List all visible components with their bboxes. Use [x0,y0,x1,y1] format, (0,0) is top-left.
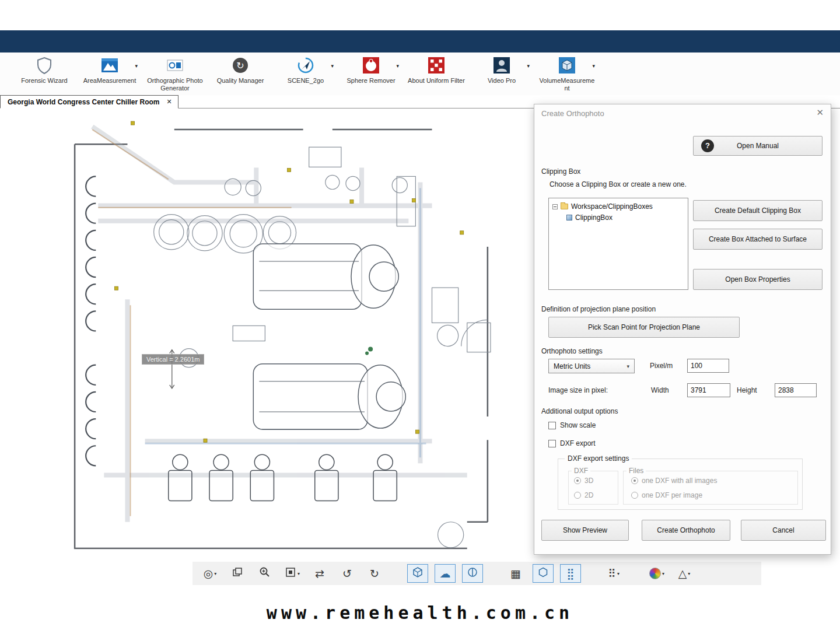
pick-scan-point-button[interactable]: Pick Scan Point for Projection Plane [548,317,740,338]
toolbar-label: About Uniform Filter [408,77,465,85]
radio-selected-icon[interactable] [574,477,581,484]
grid-points-button[interactable]: ⣿ [560,564,581,583]
radio-2d-label: 2D [584,491,593,499]
open-box-properties-button[interactable]: Open Box Properties [693,269,822,290]
create-box-attached-button[interactable]: Create Box Attached to Surface [693,229,822,250]
height-label: Height [737,386,757,394]
show-preview-button[interactable]: Show Preview [541,520,629,541]
radio-all-images-label: one DXF with all images [642,477,717,485]
dropdown-arrow-icon[interactable]: ▾ [396,63,399,69]
toolbar-area-measurement[interactable]: ▾ AreaMeasurement [77,55,142,85]
radio-3d-row[interactable]: 3D [574,477,593,485]
units-select[interactable]: Metric Units ▾ [548,359,635,373]
tree-item-clippingbox[interactable]: ClippingBox [566,214,684,222]
close-icon[interactable]: ✕ [816,107,824,118]
dropdown-arrow-icon[interactable]: ▾ [592,63,595,69]
projection-plane-heading: Definition of projection plane position [541,305,656,313]
dropdown-arrow-icon[interactable]: ▾ [688,571,690,576]
view-presets-button[interactable]: ▾ [282,564,303,583]
radio-per-image-row[interactable]: one DXF per image [631,491,702,499]
shield-icon [34,55,54,75]
toolbar-about-uniform-filter[interactable]: About Uniform Filter [404,55,469,85]
radio-selected-icon[interactable] [631,477,638,484]
files-subgroup [623,471,798,505]
zoom-button[interactable] [254,564,275,583]
cancel-button[interactable]: Cancel [741,520,826,541]
create-default-clipping-box-button[interactable]: Create Default Clipping Box [693,200,822,221]
sphere-remover-icon [361,55,381,75]
orbit-mode-button[interactable]: ◎ ▾ [200,564,220,583]
view-3d-button[interactable] [407,564,428,583]
collapse-icon[interactable] [552,204,558,209]
clipping-box-tree[interactable]: Workspace/ClippingBoxes ClippingBox [548,198,688,290]
radio-2d-row[interactable]: 2D [574,491,593,499]
dxf-export-label: DXF export [560,439,596,447]
toolbar-forensic-wizard[interactable]: Forensic Wizard [12,55,77,85]
main-toolbar: Forensic Wizard ▾ AreaMeasurement Orthog… [0,52,840,95]
toolbar-quality-manager[interactable]: ↻ Quality Manager [208,55,273,85]
toolbar-label: Orthographic Photo Generator [146,77,204,92]
dropdown-arrow-icon[interactable]: ▾ [331,63,334,69]
hex-view-icon [537,566,549,581]
close-icon[interactable]: ✕ [166,98,172,106]
dxf-export-checkbox-row[interactable]: DXF export [548,439,596,447]
area-measurement-icon [100,55,120,75]
create-orthophoto-button[interactable]: Create Orthophoto [642,520,730,541]
dxf-sublabel: DXF [572,467,590,475]
tree-item-workspace[interactable]: Workspace/ClippingBoxes [552,202,684,211]
width-input[interactable] [687,383,730,397]
hex-view-button[interactable] [533,564,554,583]
dxf-export-settings-label: DXF export settings [565,454,632,463]
toolbar-volume-measurement[interactable]: ▾ VolumeMeasurement [534,55,600,92]
video-pro-icon [492,55,512,75]
tab-chiller-room[interactable]: Georgia World Congress Center Chiller Ro… [0,95,178,108]
toolbar-label: Quality Manager [217,77,264,85]
zoom-icon [259,566,271,581]
pixel-per-m-input[interactable] [687,359,729,373]
rotate-ccw-button[interactable]: ↺ [337,564,358,583]
dropdown-arrow-icon[interactable]: ▾ [617,571,620,576]
point-cloud-viewport[interactable] [57,112,505,560]
open-manual-label: Open Manual [737,142,779,150]
height-input[interactable] [775,383,817,397]
prism-button[interactable]: △ ▾ [674,564,695,583]
point-cloud-button[interactable]: ☁ [435,564,456,583]
orbit-mode-icon: ◎ [204,567,214,580]
toolbar-video-pro[interactable]: ▾ Video Pro [469,55,534,85]
tab-label: Georgia World Congress Center Chiller Ro… [8,98,159,106]
refresh-views-button[interactable]: ⇄ [309,564,330,583]
dropdown-arrow-icon[interactable]: ▾ [298,571,300,576]
toolbar-orthographic-photo-generator[interactable]: Orthographic Photo Generator [142,55,208,92]
radio-unselected-icon[interactable] [574,492,581,499]
create-orthophoto-dialog: Create Orthophoto ✕ ? Open Manual Clippi… [534,104,831,555]
radio-unselected-icon[interactable] [631,492,638,499]
dropdown-arrow-icon[interactable]: ▾ [135,63,138,69]
title-bar [0,30,840,52]
width-label: Width [651,386,669,394]
view-3d-icon [412,566,424,581]
dots-small-button[interactable]: ⠿ ▾ [603,564,624,583]
checkbox-unchecked-icon[interactable] [548,422,556,429]
toolbar-scene-2go[interactable]: ▾ SCENE_2go [273,55,338,85]
pixel-per-m-label: Pixel/m [650,362,673,370]
checkbox-unchecked-icon[interactable] [548,440,556,447]
dropdown-arrow-icon[interactable]: ▾ [214,571,216,576]
radio-all-images-row[interactable]: one DXF with all images [631,477,717,485]
toolbar-sphere-remover[interactable]: ▾ Sphere Remover [338,55,404,85]
show-scale-label: Show scale [560,421,596,429]
rotate-cw-button[interactable]: ↻ [364,564,385,583]
dropdown-arrow-icon[interactable]: ▾ [662,571,664,576]
orthographic-photo-icon [165,55,185,75]
view-toolbar: ◎ ▾ ▾ ⇄ ↺ ↻ [192,562,761,585]
color-wheel-button[interactable]: ▾ [646,564,667,583]
show-scale-checkbox-row[interactable]: Show scale [548,421,596,429]
grid-cells-button[interactable]: ▦ [505,564,526,583]
toolbar-label: Video Pro [488,77,516,85]
dropdown-arrow-icon[interactable]: ▾ [527,63,530,69]
split-view-button[interactable] [462,564,483,583]
rotate-ccw-icon: ↺ [342,567,352,580]
svg-text:↻: ↻ [236,61,244,71]
open-manual-button[interactable]: ? Open Manual [693,136,822,156]
quality-manager-icon: ↻ [230,55,250,75]
pan-view-button[interactable] [227,564,248,583]
